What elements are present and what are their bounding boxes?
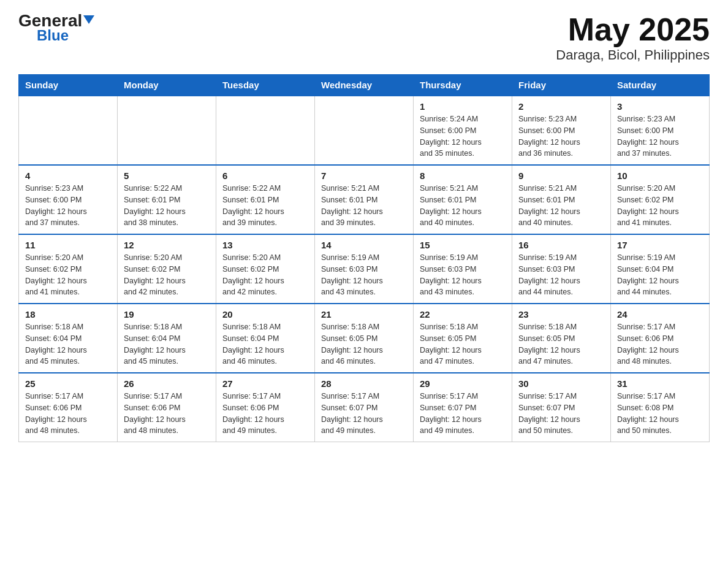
day-info: Sunrise: 5:17 AMSunset: 6:06 PMDaylight:… xyxy=(222,391,308,437)
day-number: 5 xyxy=(124,170,210,181)
day-number: 13 xyxy=(222,240,308,250)
day-number: 4 xyxy=(25,170,111,181)
weekday-header-thursday: Thursday xyxy=(414,75,512,96)
day-info: Sunrise: 5:19 AMSunset: 6:03 PMDaylight:… xyxy=(420,252,506,298)
day-number: 25 xyxy=(25,378,111,389)
calendar-cell xyxy=(315,96,414,165)
calendar-cell xyxy=(216,96,315,165)
calendar-cell xyxy=(19,96,118,165)
day-number: 6 xyxy=(222,170,308,181)
weekday-header-sunday: Sunday xyxy=(19,75,118,96)
calendar-cell: 24Sunrise: 5:17 AMSunset: 6:06 PMDayligh… xyxy=(611,304,710,373)
calendar-cell: 29Sunrise: 5:17 AMSunset: 6:07 PMDayligh… xyxy=(414,373,512,442)
day-info: Sunrise: 5:17 AMSunset: 6:07 PMDaylight:… xyxy=(321,391,407,437)
calendar-cell: 16Sunrise: 5:19 AMSunset: 6:03 PMDayligh… xyxy=(512,234,611,304)
logo-triangle-icon xyxy=(83,15,94,24)
day-number: 19 xyxy=(124,309,210,320)
weekday-header-tuesday: Tuesday xyxy=(216,75,315,96)
calendar-cell: 7Sunrise: 5:21 AMSunset: 6:01 PMDaylight… xyxy=(315,165,414,234)
calendar-title: May 2025 xyxy=(556,12,710,47)
week-row-1: 1Sunrise: 5:24 AMSunset: 6:00 PMDaylight… xyxy=(19,96,710,165)
day-number: 9 xyxy=(518,170,604,181)
calendar-cell: 3Sunrise: 5:23 AMSunset: 6:00 PMDaylight… xyxy=(611,96,710,165)
day-info: Sunrise: 5:21 AMSunset: 6:01 PMDaylight:… xyxy=(321,183,407,229)
day-number: 21 xyxy=(321,309,407,320)
calendar-cell: 13Sunrise: 5:20 AMSunset: 6:02 PMDayligh… xyxy=(216,234,315,304)
day-number: 11 xyxy=(25,240,111,250)
calendar-cell: 17Sunrise: 5:19 AMSunset: 6:04 PMDayligh… xyxy=(611,234,710,304)
day-number: 23 xyxy=(518,309,604,320)
calendar-cell: 31Sunrise: 5:17 AMSunset: 6:08 PMDayligh… xyxy=(611,373,710,442)
calendar-cell: 27Sunrise: 5:17 AMSunset: 6:06 PMDayligh… xyxy=(216,373,315,442)
day-info: Sunrise: 5:21 AMSunset: 6:01 PMDaylight:… xyxy=(518,183,604,229)
calendar-cell: 11Sunrise: 5:20 AMSunset: 6:02 PMDayligh… xyxy=(19,234,118,304)
day-info: Sunrise: 5:22 AMSunset: 6:01 PMDaylight:… xyxy=(222,183,308,229)
week-row-5: 25Sunrise: 5:17 AMSunset: 6:06 PMDayligh… xyxy=(19,373,710,442)
calendar-cell: 21Sunrise: 5:18 AMSunset: 6:05 PMDayligh… xyxy=(315,304,414,373)
day-number: 12 xyxy=(124,240,210,250)
calendar-cell: 19Sunrise: 5:18 AMSunset: 6:04 PMDayligh… xyxy=(118,304,216,373)
logo: General Blue xyxy=(18,12,94,44)
day-info: Sunrise: 5:20 AMSunset: 6:02 PMDaylight:… xyxy=(25,252,111,298)
day-info: Sunrise: 5:20 AMSunset: 6:02 PMDaylight:… xyxy=(222,252,308,298)
calendar-cell: 8Sunrise: 5:21 AMSunset: 6:01 PMDaylight… xyxy=(414,165,512,234)
day-info: Sunrise: 5:23 AMSunset: 6:00 PMDaylight:… xyxy=(518,113,604,159)
day-info: Sunrise: 5:21 AMSunset: 6:01 PMDaylight:… xyxy=(420,183,506,229)
day-info: Sunrise: 5:17 AMSunset: 6:06 PMDaylight:… xyxy=(124,391,210,437)
day-number: 17 xyxy=(617,240,703,250)
day-number: 31 xyxy=(617,378,703,389)
day-info: Sunrise: 5:17 AMSunset: 6:08 PMDaylight:… xyxy=(617,391,703,437)
day-info: Sunrise: 5:18 AMSunset: 6:05 PMDaylight:… xyxy=(518,321,604,367)
calendar-cell: 20Sunrise: 5:18 AMSunset: 6:04 PMDayligh… xyxy=(216,304,315,373)
week-row-2: 4Sunrise: 5:23 AMSunset: 6:00 PMDaylight… xyxy=(19,165,710,234)
day-info: Sunrise: 5:17 AMSunset: 6:06 PMDaylight:… xyxy=(25,391,111,437)
week-row-3: 11Sunrise: 5:20 AMSunset: 6:02 PMDayligh… xyxy=(19,234,710,304)
calendar-cell: 15Sunrise: 5:19 AMSunset: 6:03 PMDayligh… xyxy=(414,234,512,304)
day-info: Sunrise: 5:23 AMSunset: 6:00 PMDaylight:… xyxy=(25,183,111,229)
day-info: Sunrise: 5:19 AMSunset: 6:04 PMDaylight:… xyxy=(617,252,703,298)
title-block: May 2025 Daraga, Bicol, Philippines xyxy=(556,12,710,63)
day-number: 24 xyxy=(617,309,703,320)
day-number: 29 xyxy=(420,378,506,389)
weekday-header-wednesday: Wednesday xyxy=(315,75,414,96)
day-info: Sunrise: 5:18 AMSunset: 6:04 PMDaylight:… xyxy=(25,321,111,367)
calendar-cell: 10Sunrise: 5:20 AMSunset: 6:02 PMDayligh… xyxy=(611,165,710,234)
day-info: Sunrise: 5:17 AMSunset: 6:07 PMDaylight:… xyxy=(518,391,604,437)
day-info: Sunrise: 5:24 AMSunset: 6:00 PMDaylight:… xyxy=(420,113,506,159)
day-number: 2 xyxy=(518,101,604,112)
weekday-header-monday: Monday xyxy=(118,75,216,96)
day-info: Sunrise: 5:18 AMSunset: 6:04 PMDaylight:… xyxy=(222,321,308,367)
day-info: Sunrise: 5:20 AMSunset: 6:02 PMDaylight:… xyxy=(617,183,703,229)
day-number: 10 xyxy=(617,170,703,181)
calendar-cell: 12Sunrise: 5:20 AMSunset: 6:02 PMDayligh… xyxy=(118,234,216,304)
calendar-cell: 5Sunrise: 5:22 AMSunset: 6:01 PMDaylight… xyxy=(118,165,216,234)
weekday-header-friday: Friday xyxy=(512,75,611,96)
page-header: General Blue May 2025 Daraga, Bicol, Phi… xyxy=(18,12,710,63)
calendar-cell: 22Sunrise: 5:18 AMSunset: 6:05 PMDayligh… xyxy=(414,304,512,373)
day-number: 22 xyxy=(420,309,506,320)
calendar-cell: 2Sunrise: 5:23 AMSunset: 6:00 PMDaylight… xyxy=(512,96,611,165)
day-info: Sunrise: 5:19 AMSunset: 6:03 PMDaylight:… xyxy=(321,252,407,298)
day-number: 14 xyxy=(321,240,407,250)
weekday-header-row: SundayMondayTuesdayWednesdayThursdayFrid… xyxy=(19,75,710,96)
day-info: Sunrise: 5:19 AMSunset: 6:03 PMDaylight:… xyxy=(518,252,604,298)
calendar-cell: 1Sunrise: 5:24 AMSunset: 6:00 PMDaylight… xyxy=(414,96,512,165)
calendar-cell: 18Sunrise: 5:18 AMSunset: 6:04 PMDayligh… xyxy=(19,304,118,373)
calendar-table: SundayMondayTuesdayWednesdayThursdayFrid… xyxy=(18,74,710,442)
calendar-cell xyxy=(118,96,216,165)
weekday-header-saturday: Saturday xyxy=(611,75,710,96)
day-number: 3 xyxy=(617,101,703,112)
calendar-cell: 30Sunrise: 5:17 AMSunset: 6:07 PMDayligh… xyxy=(512,373,611,442)
day-info: Sunrise: 5:18 AMSunset: 6:05 PMDaylight:… xyxy=(321,321,407,367)
day-info: Sunrise: 5:23 AMSunset: 6:00 PMDaylight:… xyxy=(617,113,703,159)
calendar-cell: 26Sunrise: 5:17 AMSunset: 6:06 PMDayligh… xyxy=(118,373,216,442)
day-number: 26 xyxy=(124,378,210,389)
calendar-cell: 9Sunrise: 5:21 AMSunset: 6:01 PMDaylight… xyxy=(512,165,611,234)
day-number: 20 xyxy=(222,309,308,320)
day-info: Sunrise: 5:18 AMSunset: 6:05 PMDaylight:… xyxy=(420,321,506,367)
day-number: 27 xyxy=(222,378,308,389)
day-info: Sunrise: 5:20 AMSunset: 6:02 PMDaylight:… xyxy=(124,252,210,298)
day-number: 30 xyxy=(518,378,604,389)
day-number: 7 xyxy=(321,170,407,181)
day-number: 1 xyxy=(420,101,506,112)
